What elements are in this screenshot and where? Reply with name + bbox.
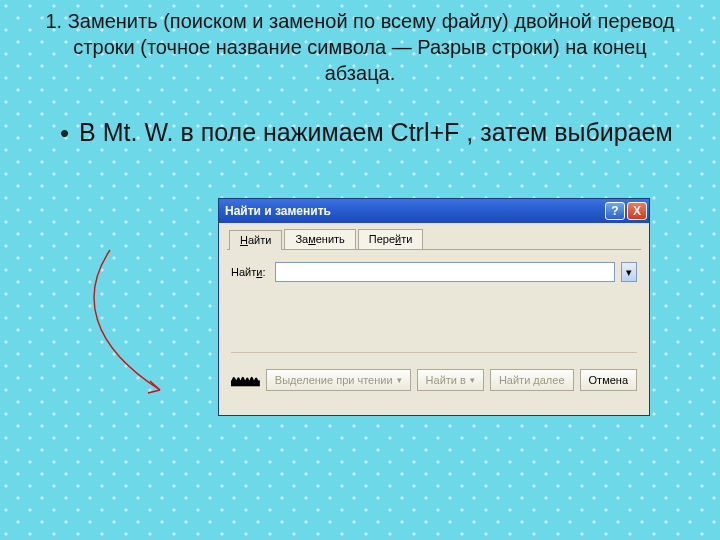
dialog-button-row: Выделение при чтении ▾ Найти в ▾ Найти д… [231, 363, 637, 397]
tab-goto[interactable]: Перейти [358, 229, 424, 249]
cancel-button[interactable]: Отмена [580, 369, 637, 391]
dialog-titlebar[interactable]: Найти и заменить ? X [219, 199, 649, 223]
find-label: Найти: [231, 266, 269, 278]
dialog-title: Найти и заменить [225, 204, 605, 218]
chevron-down-icon: ▾ [626, 266, 632, 279]
chevron-down-icon: ▾ [470, 375, 475, 385]
svg-rect-0 [231, 380, 260, 386]
find-replace-dialog: Найти и заменить ? X Найти Заменить Пере… [218, 198, 650, 416]
dialog-tabs: Найти Заменить Перейти [227, 229, 641, 250]
arrow-annotation [60, 245, 180, 405]
tab-replace[interactable]: Заменить [284, 229, 355, 249]
bullet-marker: • [60, 116, 69, 149]
find-in-button[interactable]: Найти в ▾ [417, 369, 484, 391]
divider [231, 352, 637, 353]
highlight-reading-button[interactable]: Выделение при чтении ▾ [266, 369, 411, 391]
find-input-dropdown[interactable]: ▾ [621, 262, 637, 282]
tab-find[interactable]: Найти [229, 230, 282, 250]
chevron-down-icon: ▾ [397, 375, 402, 385]
find-input[interactable] [275, 262, 615, 282]
close-button[interactable]: X [627, 202, 647, 220]
redacted-scribble [231, 363, 260, 397]
bullet-block: • В Mt. W. в поле нажимаем Ctrl+F , зате… [0, 86, 720, 149]
find-field-row: Найти: ▾ [231, 262, 637, 282]
help-button[interactable]: ? [605, 202, 625, 220]
find-next-button[interactable]: Найти далее [490, 369, 574, 391]
bullet-text: В Mt. W. в поле нажимаем Ctrl+F , затем … [79, 116, 673, 149]
slide-heading: 1. Заменить (поиском и заменой по всему … [0, 0, 720, 86]
